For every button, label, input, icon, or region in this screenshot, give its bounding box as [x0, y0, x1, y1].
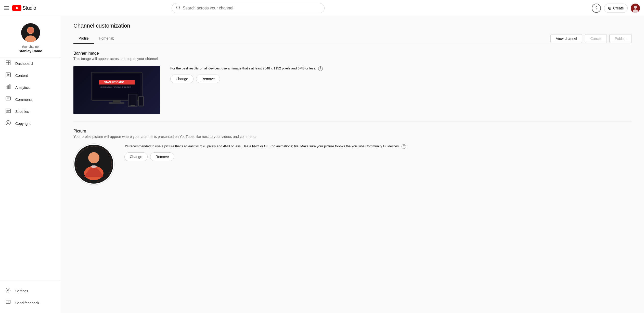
svg-rect-17: [6, 87, 7, 89]
svg-point-26: [6, 121, 10, 125]
svg-point-10: [28, 27, 34, 33]
channel-label: Your channel: [4, 45, 57, 49]
user-avatar[interactable]: [631, 4, 640, 13]
svg-rect-19: [9, 85, 10, 89]
avatar-image: [631, 4, 640, 13]
svg-rect-12: [8, 61, 10, 63]
content-label: Content: [15, 74, 28, 78]
banner-image-preview: STANLEY CAMO YOUR CHANNEL FOR AMAZING CO…: [73, 66, 160, 114]
svg-rect-18: [8, 86, 9, 89]
svg-rect-40: [131, 105, 135, 106]
svg-rect-39: [129, 95, 136, 105]
picture-info-text: It's recommended to use a picture that's…: [124, 144, 632, 149]
picture-description: Your profile picture will appear where y…: [73, 135, 632, 139]
sidebar-item-content[interactable]: Content: [0, 69, 61, 81]
settings-icon: [5, 287, 11, 294]
youtube-logo: Studio: [12, 5, 36, 11]
feedback-icon: [5, 299, 11, 306]
profile-picture-preview: [73, 144, 114, 185]
svg-point-30: [8, 303, 8, 303]
subtitles-icon: [5, 108, 11, 115]
help-button[interactable]: ?: [592, 4, 601, 13]
sidebar-item-analytics[interactable]: Analytics: [0, 81, 61, 93]
search-input[interactable]: [183, 6, 320, 10]
tab-actions: View channel Cancel Publish: [550, 34, 632, 43]
channel-avatar-image: [21, 23, 40, 42]
view-channel-button[interactable]: View channel: [550, 34, 582, 43]
banner-buttons: Change Remove: [170, 75, 632, 83]
copyright-label: Copyright: [15, 122, 31, 126]
banner-info-text: For the best results on all devices, use…: [170, 66, 632, 71]
send-feedback-label: Send feedback: [15, 301, 39, 305]
picture-help-icon[interactable]: ?: [402, 144, 406, 149]
svg-rect-14: [8, 63, 10, 65]
banner-info: For the best results on all devices, use…: [170, 66, 632, 83]
svg-point-27: [7, 290, 9, 291]
dashboard-icon: [5, 60, 11, 67]
tab-profile[interactable]: Profile: [73, 33, 94, 44]
svg-rect-37: [109, 102, 124, 104]
channel-profile: Your channel Stanley Camo: [0, 16, 61, 57]
tab-hometab[interactable]: Home tab: [94, 33, 120, 44]
svg-text:STANLEY CAMO: STANLEY CAMO: [104, 81, 124, 84]
sidebar-item-send-feedback[interactable]: Send feedback: [0, 297, 61, 309]
comments-icon: [5, 96, 11, 103]
svg-line-3: [179, 8, 180, 9]
comments-label: Comments: [15, 98, 33, 102]
copyright-icon: [5, 120, 11, 127]
subtitles-label: Subtitles: [15, 110, 29, 114]
svg-point-2: [177, 6, 180, 9]
sidebar-item-subtitles[interactable]: Subtitles: [0, 105, 61, 117]
search-icon: [176, 5, 181, 11]
top-navigation: Studio ? ⊕ Create: [0, 0, 644, 16]
picture-buttons: Change Remove: [124, 152, 632, 161]
analytics-icon: [5, 84, 11, 91]
picture-info-text-content: It's recommended to use a picture that's…: [124, 144, 400, 148]
banner-remove-button[interactable]: Remove: [196, 75, 220, 83]
cancel-button[interactable]: Cancel: [585, 34, 607, 43]
sidebar-bottom: Settings Send feedback: [0, 281, 61, 309]
menu-icon[interactable]: [4, 6, 9, 10]
analytics-label: Analytics: [15, 86, 30, 90]
svg-rect-23: [6, 109, 10, 113]
svg-point-5: [634, 6, 637, 9]
svg-point-45: [88, 152, 99, 163]
publish-button[interactable]: Publish: [609, 34, 632, 43]
sidebar-item-copyright[interactable]: Copyright: [0, 117, 61, 129]
svg-marker-16: [8, 74, 9, 76]
plus-icon: ⊕: [608, 5, 612, 11]
sidebar: Your channel Stanley Camo Dashboard: [0, 16, 61, 313]
sidebar-item-comments[interactable]: Comments: [0, 93, 61, 105]
channel-name: Stanley Camo: [4, 49, 57, 53]
tabs-row: Profile Home tab View channel Cancel Pub…: [73, 33, 632, 44]
profile-picture-svg: [76, 146, 112, 182]
banner-change-button[interactable]: Change: [170, 75, 194, 83]
svg-text:YOUR CHANNEL FOR AMAZING CONTE: YOUR CHANNEL FOR AMAZING CONTENT: [100, 86, 131, 88]
nav-right: ? ⊕ Create: [592, 4, 640, 13]
banner-monitor-svg: STANLEY CAMO YOUR CHANNEL FOR AMAZING CO…: [89, 71, 145, 109]
dashboard-label: Dashboard: [15, 62, 33, 66]
channel-avatar[interactable]: [20, 22, 41, 43]
banner-section: Banner image This image will appear acro…: [73, 44, 632, 122]
tabs: Profile Home tab: [73, 33, 119, 44]
settings-label: Settings: [15, 289, 28, 293]
picture-body: It's recommended to use a picture that's…: [73, 144, 632, 185]
page-title: Channel customization: [73, 22, 632, 29]
create-label: Create: [613, 6, 624, 10]
picture-remove-button[interactable]: Remove: [150, 152, 174, 161]
picture-preview: [73, 144, 114, 185]
svg-rect-11: [6, 61, 8, 63]
picture-info: It's recommended to use a picture that's…: [124, 144, 632, 161]
banner-help-icon[interactable]: ?: [318, 66, 323, 71]
sidebar-nav: Dashboard Content Analyt: [0, 57, 61, 129]
sidebar-item-settings[interactable]: Settings: [0, 285, 61, 297]
banner-title: Banner image: [73, 51, 632, 56]
sidebar-item-dashboard[interactable]: Dashboard: [0, 57, 61, 69]
picture-change-button[interactable]: Change: [124, 152, 148, 161]
svg-rect-20: [6, 97, 10, 100]
banner-description: This image will appear across the top of…: [73, 57, 632, 61]
svg-rect-43: [140, 106, 143, 106]
nav-left: Studio: [4, 5, 36, 11]
main-content: Channel customization Profile Home tab V…: [61, 16, 644, 313]
create-button[interactable]: ⊕ Create: [604, 4, 628, 13]
